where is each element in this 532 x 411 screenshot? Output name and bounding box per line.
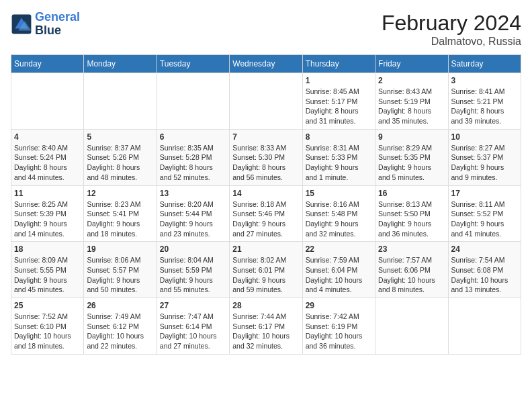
- logo-icon: [11, 13, 32, 35]
- day-number: 19: [87, 244, 153, 254]
- day-number: 10: [451, 132, 518, 142]
- day-cell: 22Sunrise: 7:59 AMSunset: 6:04 PMDayligh…: [302, 242, 375, 298]
- day-number: 16: [378, 189, 445, 198]
- day-number: 7: [232, 132, 299, 142]
- day-cell: 3Sunrise: 8:41 AMSunset: 5:21 PMDaylight…: [448, 73, 521, 130]
- day-info: Sunrise: 8:27 AMSunset: 5:37 PMDaylight:…: [451, 143, 518, 183]
- day-cell: 27Sunrise: 7:47 AMSunset: 6:14 PMDayligh…: [157, 298, 229, 355]
- day-cell: 7Sunrise: 8:33 AMSunset: 5:30 PMDaylight…: [230, 129, 302, 185]
- day-info: Sunrise: 8:37 AMSunset: 5:26 PMDaylight:…: [87, 143, 153, 183]
- day-info: Sunrise: 8:23 AMSunset: 5:41 PMDaylight:…: [87, 199, 153, 239]
- day-info: Sunrise: 7:52 AMSunset: 6:10 PMDaylight:…: [14, 312, 81, 351]
- day-cell: 24Sunrise: 7:54 AMSunset: 6:08 PMDayligh…: [448, 242, 521, 298]
- day-number: 6: [160, 132, 226, 142]
- day-number: 28: [232, 301, 299, 310]
- day-info: Sunrise: 7:57 AMSunset: 6:06 PMDaylight:…: [378, 255, 445, 295]
- day-number: 23: [378, 244, 445, 254]
- day-cell: [448, 298, 521, 355]
- day-number: 24: [451, 244, 518, 254]
- day-number: 29: [306, 301, 372, 310]
- day-info: Sunrise: 8:04 AMSunset: 5:59 PMDaylight:…: [160, 255, 226, 295]
- day-cell: [375, 298, 448, 355]
- title-area: February 2024 Dalmatovo, Russia: [382, 11, 521, 48]
- header-friday: Friday: [375, 55, 448, 73]
- logo: GeneralBlue: [11, 11, 80, 38]
- calendar-header-row: SundayMondayTuesdayWednesdayThursdayFrid…: [11, 55, 521, 73]
- day-cell: 9Sunrise: 8:29 AMSunset: 5:35 PMDaylight…: [375, 129, 448, 185]
- day-cell: 8Sunrise: 8:31 AMSunset: 5:33 PMDaylight…: [302, 129, 375, 185]
- day-number: 18: [14, 244, 81, 254]
- day-info: Sunrise: 8:31 AMSunset: 5:33 PMDaylight:…: [306, 143, 372, 183]
- header-saturday: Saturday: [448, 55, 521, 73]
- day-info: Sunrise: 8:41 AMSunset: 5:21 PMDaylight:…: [451, 87, 518, 126]
- day-number: 15: [306, 189, 372, 198]
- day-cell: 18Sunrise: 8:09 AMSunset: 5:55 PMDayligh…: [11, 242, 84, 298]
- month-title: February 2024: [382, 11, 521, 36]
- day-number: 3: [451, 76, 518, 85]
- day-number: 13: [160, 189, 226, 198]
- day-number: 4: [14, 132, 81, 142]
- week-row-0: 1Sunrise: 8:45 AMSunset: 5:17 PMDaylight…: [11, 73, 521, 130]
- day-cell: 21Sunrise: 8:02 AMSunset: 6:01 PMDayligh…: [230, 242, 302, 298]
- week-row-4: 25Sunrise: 7:52 AMSunset: 6:10 PMDayligh…: [11, 298, 521, 355]
- day-cell: 17Sunrise: 8:11 AMSunset: 5:52 PMDayligh…: [448, 185, 521, 242]
- day-number: 25: [14, 301, 81, 310]
- location: Dalmatovo, Russia: [382, 36, 521, 48]
- day-cell: [84, 73, 157, 130]
- day-cell: 11Sunrise: 8:25 AMSunset: 5:39 PMDayligh…: [11, 185, 84, 242]
- day-number: 20: [160, 244, 226, 254]
- day-cell: 6Sunrise: 8:35 AMSunset: 5:28 PMDaylight…: [157, 129, 229, 185]
- logo-text: GeneralBlue: [35, 11, 80, 38]
- day-number: 5: [87, 132, 153, 142]
- day-info: Sunrise: 8:13 AMSunset: 5:50 PMDaylight:…: [378, 199, 445, 239]
- header-tuesday: Tuesday: [157, 55, 229, 73]
- day-cell: 20Sunrise: 8:04 AMSunset: 5:59 PMDayligh…: [157, 242, 229, 298]
- day-info: Sunrise: 7:59 AMSunset: 6:04 PMDaylight:…: [306, 255, 372, 295]
- header-thursday: Thursday: [302, 55, 375, 73]
- day-cell: 29Sunrise: 7:42 AMSunset: 6:19 PMDayligh…: [302, 298, 375, 355]
- day-cell: [157, 73, 229, 130]
- day-number: 2: [378, 76, 445, 85]
- day-cell: 2Sunrise: 8:43 AMSunset: 5:19 PMDaylight…: [375, 73, 448, 130]
- day-cell: 12Sunrise: 8:23 AMSunset: 5:41 PMDayligh…: [84, 185, 157, 242]
- day-cell: 1Sunrise: 8:45 AMSunset: 5:17 PMDaylight…: [302, 73, 375, 130]
- day-cell: [230, 73, 302, 130]
- week-row-1: 4Sunrise: 8:40 AMSunset: 5:24 PMDaylight…: [11, 129, 521, 185]
- day-cell: 25Sunrise: 7:52 AMSunset: 6:10 PMDayligh…: [11, 298, 84, 355]
- day-cell: 5Sunrise: 8:37 AMSunset: 5:26 PMDaylight…: [84, 129, 157, 185]
- day-info: Sunrise: 8:02 AMSunset: 6:01 PMDaylight:…: [232, 255, 299, 295]
- day-number: 9: [378, 132, 445, 142]
- day-info: Sunrise: 8:20 AMSunset: 5:44 PMDaylight:…: [160, 199, 226, 239]
- day-cell: 15Sunrise: 8:16 AMSunset: 5:48 PMDayligh…: [302, 185, 375, 242]
- header-wednesday: Wednesday: [230, 55, 302, 73]
- header-monday: Monday: [84, 55, 157, 73]
- header-sunday: Sunday: [11, 55, 84, 73]
- day-info: Sunrise: 8:11 AMSunset: 5:52 PMDaylight:…: [451, 199, 518, 239]
- day-cell: 4Sunrise: 8:40 AMSunset: 5:24 PMDaylight…: [11, 129, 84, 185]
- day-cell: 23Sunrise: 7:57 AMSunset: 6:06 PMDayligh…: [375, 242, 448, 298]
- day-number: 17: [451, 189, 518, 198]
- day-cell: [11, 73, 84, 130]
- day-info: Sunrise: 8:29 AMSunset: 5:35 PMDaylight:…: [378, 143, 445, 183]
- day-cell: 13Sunrise: 8:20 AMSunset: 5:44 PMDayligh…: [157, 185, 229, 242]
- day-info: Sunrise: 7:49 AMSunset: 6:12 PMDaylight:…: [87, 312, 153, 351]
- day-info: Sunrise: 8:35 AMSunset: 5:28 PMDaylight:…: [160, 143, 226, 183]
- day-info: Sunrise: 8:16 AMSunset: 5:48 PMDaylight:…: [306, 199, 372, 239]
- day-info: Sunrise: 8:40 AMSunset: 5:24 PMDaylight:…: [14, 143, 81, 183]
- day-number: 12: [87, 189, 153, 198]
- day-number: 27: [160, 301, 226, 310]
- day-info: Sunrise: 7:44 AMSunset: 6:17 PMDaylight:…: [232, 312, 299, 351]
- day-info: Sunrise: 8:09 AMSunset: 5:55 PMDaylight:…: [14, 255, 81, 295]
- day-cell: 28Sunrise: 7:44 AMSunset: 6:17 PMDayligh…: [230, 298, 302, 355]
- day-info: Sunrise: 8:25 AMSunset: 5:39 PMDaylight:…: [14, 199, 81, 239]
- day-info: Sunrise: 8:06 AMSunset: 5:57 PMDaylight:…: [87, 255, 153, 295]
- day-info: Sunrise: 8:45 AMSunset: 5:17 PMDaylight:…: [306, 87, 372, 126]
- week-row-3: 18Sunrise: 8:09 AMSunset: 5:55 PMDayligh…: [11, 242, 521, 298]
- day-info: Sunrise: 7:42 AMSunset: 6:19 PMDaylight:…: [306, 312, 372, 351]
- day-number: 22: [306, 244, 372, 254]
- week-row-2: 11Sunrise: 8:25 AMSunset: 5:39 PMDayligh…: [11, 185, 521, 242]
- day-info: Sunrise: 7:47 AMSunset: 6:14 PMDaylight:…: [160, 312, 226, 351]
- day-info: Sunrise: 8:33 AMSunset: 5:30 PMDaylight:…: [232, 143, 299, 183]
- day-info: Sunrise: 8:18 AMSunset: 5:46 PMDaylight:…: [232, 199, 299, 239]
- page-header: GeneralBlue February 2024 Dalmatovo, Rus…: [11, 11, 521, 48]
